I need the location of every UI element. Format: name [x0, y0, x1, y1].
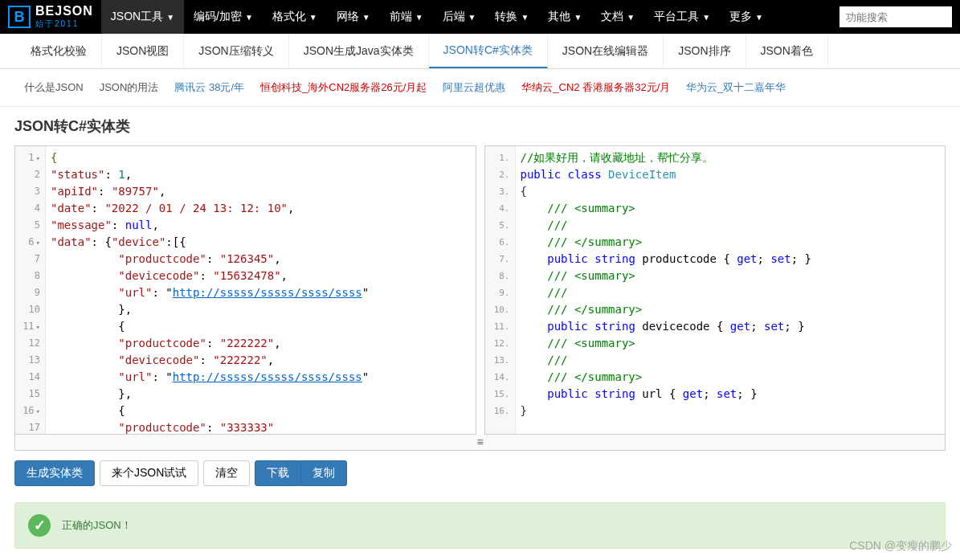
subnav-item-5[interactable]: JSON在线编辑器: [548, 34, 664, 68]
promo-link-6[interactable]: 华为云_双十二嘉年华: [686, 80, 786, 95]
copy-button[interactable]: 复制: [301, 460, 347, 486]
validation-alert: ✓ 正确的JSON！: [14, 502, 946, 549]
code-area[interactable]: {"status": 1,"apiId": "89757","date": "2…: [46, 146, 476, 434]
subnav-item-2[interactable]: JSON压缩转义: [184, 34, 288, 68]
nav-item-3[interactable]: 网络▼: [327, 0, 380, 34]
csharp-output-editor[interactable]: 1.2.3.4.5.6.7.8.9.10.11.12.13.14.15.16. …: [484, 145, 946, 435]
subnav-item-7[interactable]: JSON着色: [746, 34, 828, 68]
clear-button[interactable]: 清空: [203, 460, 250, 486]
generate-button[interactable]: 生成实体类: [14, 460, 95, 486]
json-input-editor[interactable]: 1234567891011121314151617 {"status": 1,"…: [14, 145, 476, 435]
caret-down-icon: ▼: [362, 13, 370, 22]
promo-link-1[interactable]: JSON的用法: [100, 80, 159, 95]
promo-link-2[interactable]: 腾讯云 38元/年: [174, 80, 244, 95]
promo-link-5[interactable]: 华纳云_CN2 香港服务器32元/月: [521, 80, 670, 95]
caret-down-icon: ▼: [245, 13, 253, 22]
logo-text: BEJSON: [35, 4, 93, 18]
sample-json-button[interactable]: 来个JSON试试: [100, 460, 198, 486]
promo-link-4[interactable]: 阿里云超优惠: [443, 80, 505, 95]
caret-down-icon: ▼: [574, 13, 582, 22]
top-navbar: B BEJSON 始于2011 JSON工具▼编码/加密▼格式化▼网络▼前端▼后…: [0, 0, 960, 34]
alert-text: 正确的JSON！: [62, 518, 132, 533]
nav-item-7[interactable]: 其他▼: [538, 0, 591, 34]
nav-item-2[interactable]: 格式化▼: [263, 0, 327, 34]
caret-down-icon: ▼: [702, 13, 710, 22]
nav-item-5[interactable]: 后端▼: [433, 0, 486, 34]
nav-item-6[interactable]: 转换▼: [485, 0, 538, 34]
promo-link-0[interactable]: 什么是JSON: [24, 80, 84, 95]
subnav-item-3[interactable]: JSON生成Java实体类: [289, 34, 429, 68]
action-buttons: 生成实体类 来个JSON试试 清空 下载 复制: [0, 451, 960, 496]
download-button[interactable]: 下载: [255, 460, 301, 486]
check-icon: ✓: [28, 514, 51, 537]
search-input[interactable]: [839, 6, 952, 27]
nav-item-1[interactable]: 编码/加密▼: [184, 0, 263, 34]
search-box: [839, 6, 952, 27]
nav-item-10[interactable]: 更多▼: [720, 0, 773, 34]
resize-handle[interactable]: ≡: [14, 435, 946, 451]
nav-item-4[interactable]: 前端▼: [380, 0, 433, 34]
line-gutter: 1234567891011121314151617: [15, 146, 46, 434]
subnav-item-1[interactable]: JSON视图: [102, 34, 184, 68]
logo-icon: B: [8, 6, 31, 28]
code-area[interactable]: //如果好用，请收藏地址，帮忙分享。public class DeviceIte…: [516, 146, 946, 434]
logo-subtitle: 始于2011: [35, 18, 93, 30]
site-logo[interactable]: B BEJSON 始于2011: [0, 4, 101, 30]
caret-down-icon: ▼: [415, 13, 423, 22]
subnav-item-0[interactable]: 格式化校验: [16, 34, 102, 68]
editor-panels: 1234567891011121314151617 {"status": 1,"…: [0, 145, 960, 435]
page-title: JSON转C#实体类: [0, 107, 960, 145]
nav-item-0[interactable]: JSON工具▼: [101, 0, 184, 34]
subnav-item-4[interactable]: JSON转C#实体类: [429, 34, 548, 68]
line-gutter: 1.2.3.4.5.6.7.8.9.10.11.12.13.14.15.16.: [485, 146, 516, 434]
download-copy-group: 下载 复制: [255, 460, 347, 486]
nav-item-9[interactable]: 平台工具▼: [644, 0, 720, 34]
caret-down-icon: ▼: [627, 13, 635, 22]
caret-down-icon: ▼: [309, 13, 317, 22]
sub-navbar: 格式化校验JSON视图JSON压缩转义JSON生成Java实体类JSON转C#实…: [0, 34, 960, 69]
promo-link-3[interactable]: 恒创科技_海外CN2服务器26元/月起: [260, 80, 427, 95]
subnav-item-6[interactable]: JSON排序: [664, 34, 746, 68]
caret-down-icon: ▼: [468, 13, 476, 22]
nav-item-8[interactable]: 文档▼: [591, 0, 644, 34]
caret-down-icon: ▼: [755, 13, 763, 22]
promo-linkbar: 什么是JSONJSON的用法腾讯云 38元/年恒创科技_海外CN2服务器26元/…: [0, 69, 960, 107]
caret-down-icon: ▼: [166, 13, 174, 22]
caret-down-icon: ▼: [521, 13, 529, 22]
